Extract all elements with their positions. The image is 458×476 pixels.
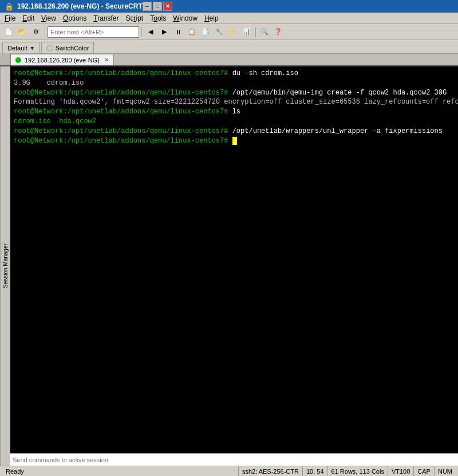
status-caps: CAP — [414, 466, 435, 476]
command-input[interactable] — [13, 457, 458, 463]
term-line-6-output: cdrom.iso hda.qcow2 — [14, 117, 96, 125]
menu-transfer[interactable]: Transfer — [90, 13, 122, 23]
switch-color-button[interactable]: SwitchColor — [41, 42, 94, 53]
close-button[interactable]: ✕ — [163, 2, 172, 11]
term-line-5-prompt: root@Network:/opt/unetlab/addons/qemu/li… — [14, 108, 232, 116]
status-ready-text: Ready — [6, 468, 24, 475]
minimize-button[interactable]: ─ — [143, 2, 152, 11]
toolbar-btn-8[interactable]: 🔧 — [213, 26, 226, 38]
default-tab[interactable]: Default ▼ — [2, 42, 40, 53]
menu-options[interactable]: Options — [60, 13, 90, 23]
window-title: 192.168.126.200 (eve-NG) - SecureCRT — [17, 2, 143, 10]
new-session-button[interactable]: 📄 — [2, 26, 15, 38]
maximize-button[interactable]: □ — [153, 2, 162, 11]
window-controls: ─ □ ✕ — [143, 2, 172, 11]
term-line-4-output: Formatting 'hda.qcow2', fmt=qcow2 size=3… — [14, 98, 458, 106]
menu-file[interactable]: File — [1, 13, 19, 23]
status-position-text: 10, 54 — [306, 468, 324, 475]
host-input[interactable] — [48, 26, 139, 38]
term-line-3-cmd: /opt/qemu/bin/qemu-img create -f qcow2 h… — [232, 89, 447, 97]
status-dimensions-text: 61 Rows, 113 Cols — [331, 468, 384, 475]
tab-bar: 192.168.126.200 (eve-NG) ✕ — [0, 54, 458, 66]
term-line-8-prompt: root@Network:/opt/unetlab/addons/qemu/li… — [14, 137, 232, 145]
toolbar-btn-9[interactable]: ⚡ — [227, 26, 239, 38]
toolbar-btn-11[interactable]: 🔍 — [258, 26, 271, 38]
open-button[interactable]: 📂 — [16, 26, 29, 38]
status-encryption: ssh2: AES-256-CTR — [239, 466, 303, 476]
toolbar-btn-3[interactable]: ◀ — [144, 26, 157, 38]
toolbar-btn-6[interactable]: 📋 — [185, 26, 198, 38]
app-icon: 🔒 — [5, 2, 14, 11]
terminal-wrapper[interactable]: root@Network:/opt/unetlab/addons/qemu/li… — [10, 66, 458, 453]
properties-button[interactable]: ⚙ — [30, 26, 42, 38]
term-line-2-output: 3.9G cdrom.iso — [14, 79, 84, 87]
status-num: NUM — [435, 466, 456, 476]
command-bar: ✕ — [10, 453, 458, 466]
menu-script[interactable]: Script — [123, 13, 147, 23]
session-tabs-row: Default ▼ SwitchColor — [0, 40, 458, 54]
status-terminal-text: VT100 — [392, 468, 410, 475]
session-tab-label: 192.168.126.200 (eve-NG) — [25, 57, 100, 64]
menu-view[interactable]: View — [38, 13, 60, 23]
default-tab-arrow: ▼ — [30, 45, 35, 51]
toolbar-btn-12[interactable]: ❓ — [272, 26, 285, 38]
terminal-area: root@Network:/opt/unetlab/addons/qemu/li… — [10, 66, 458, 466]
status-bar: Ready ssh2: AES-256-CTR 10, 54 61 Rows, … — [0, 466, 458, 476]
status-ready: Ready — [2, 466, 239, 476]
term-line-1-cmd: du -sh cdrom.iso — [232, 69, 298, 77]
toolbar-sep-1 — [45, 27, 45, 37]
terminal[interactable]: root@Network:/opt/unetlab/addons/qemu/li… — [10, 66, 458, 422]
term-line-7-prompt: root@Network:/opt/unetlab/addons/qemu/li… — [14, 127, 232, 135]
menu-bar: File Edit View Options Transfer Script T… — [0, 13, 458, 24]
toolbar-sep-2 — [141, 27, 142, 37]
toolbar-sep-3 — [255, 27, 256, 37]
term-line-5-cmd: ls — [232, 108, 240, 116]
status-position: 10, 54 — [303, 466, 328, 476]
session-tab-close[interactable]: ✕ — [104, 57, 109, 63]
content-area: Session Manager root@Network:/opt/unetla… — [0, 66, 458, 466]
menu-tools[interactable]: Tools — [147, 13, 169, 23]
status-caps-text: CAP — [417, 468, 431, 475]
toolbar: 📄 📂 ⚙ ◀ ▶ ⏸ 📋 📑 🔧 ⚡ 📊 🔍 ❓ — [0, 24, 458, 40]
menu-window[interactable]: Window — [169, 13, 201, 23]
status-dimensions: 61 Rows, 113 Cols — [328, 466, 388, 476]
status-terminal-type: VT100 — [388, 466, 414, 476]
default-tab-label: Default — [7, 45, 27, 52]
toolbar-btn-7[interactable]: 📑 — [199, 26, 212, 38]
app-window: 🔒 192.168.126.200 (eve-NG) - SecureCRT ─… — [0, 0, 458, 476]
switch-color-icon — [46, 45, 53, 52]
status-num-text: NUM — [438, 468, 452, 475]
status-encryption-text: ssh2: AES-256-CTR — [242, 468, 299, 475]
term-line-7-cmd: /opt/unetlab/wrappers/unl_wrapper -a fix… — [232, 127, 443, 135]
connection-status-dot — [15, 57, 21, 63]
menu-help[interactable]: Help — [201, 13, 222, 23]
switch-color-label: SwitchColor — [56, 45, 89, 52]
toolbar-btn-5[interactable]: ⏸ — [172, 26, 184, 38]
title-bar: 🔒 192.168.126.200 (eve-NG) - SecureCRT ─… — [0, 0, 458, 13]
menu-edit[interactable]: Edit — [19, 13, 38, 23]
toolbar-btn-10[interactable]: 📊 — [240, 26, 253, 38]
session-manager-side-tab[interactable] — [0, 53, 10, 65]
session-manager-sidebar[interactable]: Session Manager — [0, 66, 10, 466]
term-line-3-prompt: root@Network:/opt/unetlab/addons/qemu/li… — [14, 89, 232, 97]
term-line-1-prompt: root@Network:/opt/unetlab/addons/qemu/li… — [14, 69, 232, 77]
session-manager-label: Session Manager — [2, 244, 9, 289]
session-tab[interactable]: 192.168.126.200 (eve-NG) ✕ — [10, 54, 114, 65]
toolbar-btn-4[interactable]: ▶ — [158, 26, 171, 38]
term-cursor — [232, 137, 237, 145]
